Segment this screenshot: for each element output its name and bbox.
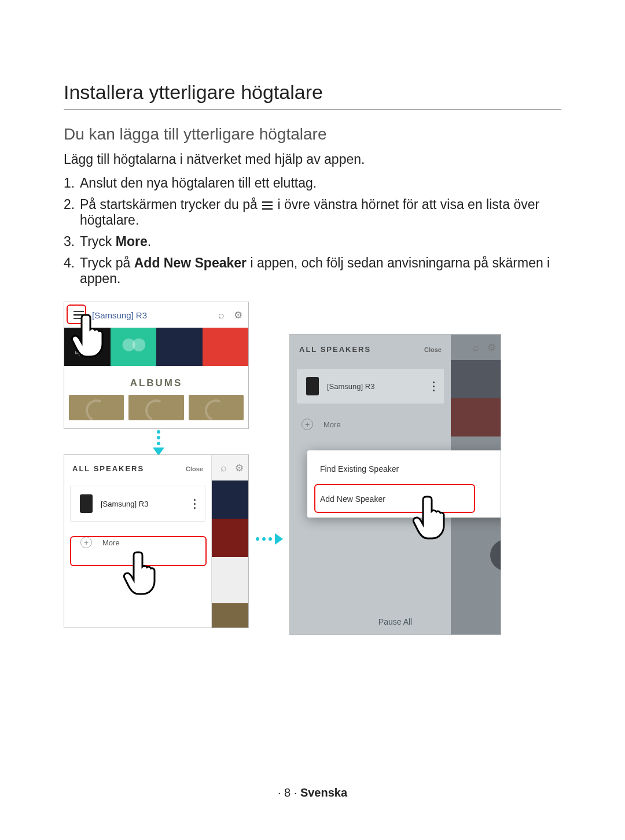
intro-text: Lägg till högtalarna i nätverket med hjä… — [64, 152, 561, 167]
screenshot-1: [Samsung] R3 My Phone... ALBUMS — [64, 302, 249, 429]
close-button[interactable]: Close — [424, 346, 442, 353]
settings-icon[interactable] — [487, 342, 496, 354]
step-3-a: Tryck — [80, 234, 116, 249]
more-options-icon[interactable] — [194, 499, 196, 509]
footer-dot: · — [291, 786, 300, 799]
search-icon[interactable] — [473, 342, 479, 354]
footer-language: Svenska — [300, 786, 347, 799]
more-button[interactable]: + More — [290, 408, 451, 441]
highlight-box — [70, 536, 207, 566]
plus-icon: + — [302, 419, 313, 430]
album-cover[interactable] — [128, 395, 183, 420]
speaker-icon — [306, 377, 319, 395]
speaker-item[interactable]: [Samsung] R3 — [297, 369, 444, 404]
drawer-title: ALL SPEAKERS — [72, 464, 144, 473]
source-tile-4[interactable] — [203, 328, 249, 366]
album-cover[interactable] — [189, 395, 244, 420]
step-3-c: . — [148, 234, 151, 249]
page-footer: · 8 · Svenska — [0, 786, 625, 799]
album-cover[interactable] — [69, 395, 124, 420]
svg-rect-0 — [82, 340, 93, 347]
source-tile-3[interactable] — [156, 328, 203, 366]
step-2-a: På startskärmen trycker du på — [80, 197, 261, 212]
step-3-bold: More — [116, 234, 148, 249]
highlight-box — [314, 484, 475, 513]
drawer-title: ALL SPEAKERS — [299, 345, 371, 354]
search-icon[interactable] — [220, 462, 227, 474]
step-2: På startskärmen trycker du på i övre vän… — [64, 197, 561, 228]
app-title: [Samsung] R3 — [92, 310, 147, 320]
source-myphone[interactable]: My Phone... — [64, 328, 111, 366]
step-3: Tryck More. — [64, 234, 561, 250]
settings-icon[interactable] — [235, 462, 244, 474]
step-4-bold: Add New Speaker — [134, 255, 247, 270]
page-subheading: Du kan lägga till ytterligare högtalare — [64, 125, 561, 144]
more-options-icon[interactable] — [433, 382, 435, 391]
step-1: Anslut den nya högtalaren till ett elutt… — [64, 175, 561, 191]
speaker-icon — [80, 494, 93, 513]
step-4: Tryck på Add New Speaker i appen, och fö… — [64, 255, 561, 287]
pause-all-button[interactable]: Pause All — [307, 617, 483, 626]
flow-arrow-right — [256, 533, 283, 545]
footer-dot: · — [278, 786, 284, 799]
speaker-name: [Samsung] R3 — [101, 500, 148, 508]
speaker-name: [Samsung] R3 — [327, 382, 374, 391]
myphone-label: My Phone... — [75, 350, 100, 355]
more-label: More — [323, 420, 341, 429]
page-heading: Installera ytterligare högtalare — [64, 81, 561, 110]
screenshot-area: [Samsung] R3 My Phone... ALBUMS — [64, 302, 561, 661]
search-icon[interactable] — [218, 309, 225, 321]
step-4-a: Tryck på — [80, 255, 134, 270]
hamburger-icon — [262, 201, 273, 210]
screenshot-3: ALL SPEAKERS Close [Samsung] R3 + More F… — [289, 334, 501, 635]
page-number: 8 — [284, 786, 291, 799]
find-existing-speaker-option[interactable]: Find Existing Speaker — [307, 454, 501, 484]
svg-rect-1 — [86, 347, 89, 348]
speaker-item[interactable]: [Samsung] R3 — [70, 486, 205, 522]
source-tile-2[interactable] — [111, 328, 157, 366]
highlight-box — [67, 305, 86, 324]
flow-arrow-down — [153, 430, 164, 456]
screenshot-2: ALL SPEAKERS Close [Samsung] R3 + More — [64, 454, 249, 628]
albums-heading: ALBUMS — [64, 366, 248, 395]
close-button[interactable]: Close — [186, 465, 203, 472]
settings-icon[interactable] — [234, 309, 242, 321]
